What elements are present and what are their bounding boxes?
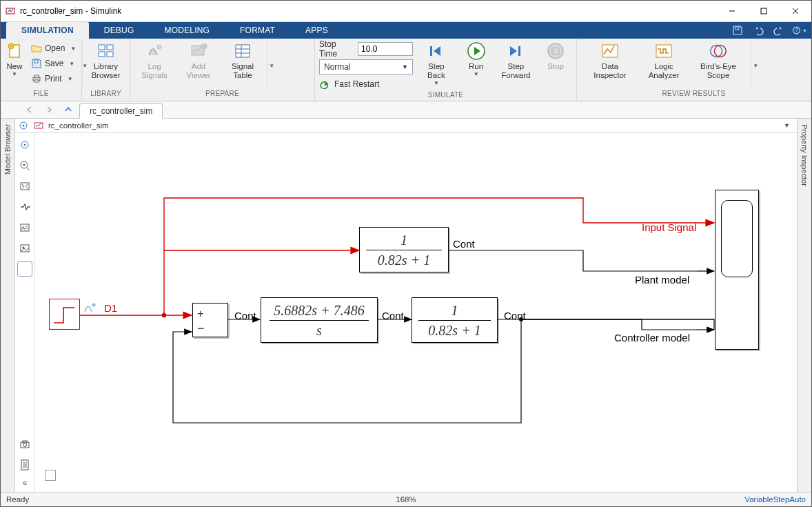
- nav-forward-button[interactable]: [41, 102, 57, 117]
- breadcrumb-model-icon[interactable]: [33, 120, 44, 131]
- print-icon: [31, 73, 42, 84]
- birdseye-scope-button[interactable]: Bird's-Eye Scope: [696, 40, 741, 80]
- label-controller-model: Controller model: [614, 332, 690, 344]
- qat-undo-icon[interactable]: [751, 23, 766, 37]
- folder-open-icon: [31, 43, 42, 54]
- simulation-mode-select[interactable]: Normal▼: [319, 59, 413, 74]
- maximize-button[interactable]: [748, 1, 780, 21]
- step-back-button[interactable]: Step Back▼: [420, 40, 453, 86]
- save-button[interactable]: Save▼: [28, 57, 79, 70]
- prepare-section-label: PREPARE: [134, 90, 310, 101]
- signal-table-button[interactable]: Signal Table: [223, 40, 263, 80]
- palette-area-icon[interactable]: [17, 261, 32, 277]
- svg-text:?: ?: [795, 27, 798, 33]
- svg-line-64: [521, 319, 714, 330]
- qat-redo-icon[interactable]: [771, 23, 786, 37]
- titlebar: rc_controller_sim - Simulink: [1, 1, 811, 22]
- add-viewer-button[interactable]: Add Viewer: [179, 40, 219, 80]
- tab-debug[interactable]: DEBUG: [89, 22, 150, 39]
- signal-name-d1[interactable]: D1: [104, 302, 117, 314]
- window-title: rc_controller_sim - Simulink: [20, 6, 121, 16]
- qat-save-icon[interactable]: [730, 23, 745, 37]
- svg-point-68: [92, 304, 96, 307]
- signal-label-cont4: Cont: [504, 310, 526, 321]
- signal-label-cont3: Cont: [382, 310, 404, 321]
- svg-rect-12: [34, 75, 39, 77]
- tab-format[interactable]: FORMAT: [225, 22, 290, 39]
- step-forward-button[interactable]: Step Forward: [500, 40, 533, 80]
- status-zoom[interactable]: 168%: [396, 495, 416, 504]
- svg-rect-21: [236, 45, 250, 57]
- logic-analyzer-button[interactable]: Logic Analyzer: [642, 40, 686, 80]
- tab-simulation[interactable]: SIMULATION: [6, 22, 89, 39]
- svg-rect-10: [34, 60, 38, 63]
- breadcrumb-dropdown[interactable]: ▼: [784, 122, 794, 129]
- svg-rect-27: [518, 46, 520, 56]
- run-button[interactable]: Run▼: [460, 40, 493, 77]
- qat-help-icon[interactable]: ?▼: [792, 23, 807, 37]
- svg-rect-13: [34, 80, 39, 82]
- signal-log-badge-icon: [83, 302, 97, 315]
- breadcrumb-target-icon[interactable]: [18, 120, 29, 131]
- new-button[interactable]: New ▼: [5, 40, 24, 77]
- canvas-palette: A≡ «: [15, 133, 35, 492]
- palette-collapse-icon[interactable]: «: [23, 478, 28, 488]
- label-input-signal: Input Signal: [642, 221, 696, 233]
- palette-report-icon[interactable]: [17, 457, 32, 473]
- data-inspector-button[interactable]: Data Inspector: [588, 40, 632, 80]
- svg-line-40: [27, 168, 30, 170]
- palette-annotation-icon[interactable]: A≡: [17, 220, 32, 235]
- model-browser-panel[interactable]: Model Browser: [1, 119, 15, 492]
- svg-text:A≡: A≡: [21, 225, 28, 231]
- svg-rect-5: [735, 27, 739, 30]
- library-section-label: LIBRARY: [86, 90, 125, 101]
- nav-up-button[interactable]: [60, 102, 77, 117]
- status-bar: Ready 168% VariableStepAuto: [1, 492, 811, 506]
- nav-back-button[interactable]: [21, 102, 38, 117]
- palette-screenshot-icon[interactable]: [17, 437, 32, 452]
- svg-point-18: [157, 45, 161, 49]
- status-ready: Ready: [6, 495, 29, 504]
- status-solver[interactable]: VariableStepAuto: [744, 495, 806, 504]
- svg-rect-17: [107, 52, 113, 57]
- simulate-section-label: SIMULATE: [319, 91, 572, 101]
- minimize-button[interactable]: [716, 1, 748, 21]
- tab-modeling[interactable]: MODELING: [149, 22, 225, 39]
- fast-restart-toggle[interactable]: Fast Restart: [319, 77, 413, 91]
- simulink-app-icon: [5, 6, 16, 17]
- svg-rect-36: [34, 123, 43, 128]
- svg-rect-2: [761, 8, 767, 14]
- model-canvas[interactable]: D1 + − 5.6882s + 7.486s Cont 10.82s + 1: [35, 133, 797, 492]
- svg-rect-31: [656, 45, 671, 57]
- svg-rect-29: [552, 48, 559, 54]
- palette-fit-icon[interactable]: [17, 137, 32, 152]
- palette-zoom-in-icon[interactable]: [17, 158, 32, 173]
- library-browser-button[interactable]: Library Browser: [86, 40, 125, 80]
- tab-apps[interactable]: APPS: [290, 22, 343, 39]
- block-scope[interactable]: [715, 190, 759, 350]
- print-button[interactable]: Print▼: [28, 72, 79, 86]
- explorer-bar: rc_controller_sim: [1, 101, 811, 119]
- block-sum[interactable]: + −: [192, 303, 228, 337]
- property-inspector-panel[interactable]: Property Inspector: [797, 119, 811, 492]
- review-section-expand[interactable]: ▾: [751, 41, 760, 90]
- prepare-section-expand[interactable]: ▾: [267, 41, 276, 90]
- log-signals-button[interactable]: Log Signals: [134, 40, 174, 80]
- fast-restart-icon: [319, 79, 330, 89]
- block-tf-controller[interactable]: 5.6882s + 7.486s: [261, 297, 378, 343]
- palette-image-icon[interactable]: [17, 241, 32, 256]
- palette-fit-to-view-icon[interactable]: [17, 179, 32, 194]
- open-button[interactable]: Open▼: [28, 41, 79, 55]
- block-tf-plant-top[interactable]: 10.82s + 1: [359, 227, 449, 272]
- signal-label-cont2: Cont: [234, 310, 256, 321]
- review-section-label: REVIEW RESULTS: [581, 90, 806, 101]
- block-tf-plant-bottom[interactable]: 10.82s + 1: [412, 297, 498, 343]
- palette-sample-time-icon[interactable]: [17, 199, 32, 215]
- breadcrumb-name[interactable]: rc_controller_sim: [48, 121, 109, 130]
- close-button[interactable]: [780, 1, 811, 21]
- block-step[interactable]: [49, 299, 80, 330]
- model-tab[interactable]: rc_controller_sim: [79, 103, 163, 119]
- stop-button[interactable]: Stop: [539, 40, 572, 71]
- stop-time-field[interactable]: [358, 42, 413, 56]
- svg-rect-15: [99, 52, 105, 57]
